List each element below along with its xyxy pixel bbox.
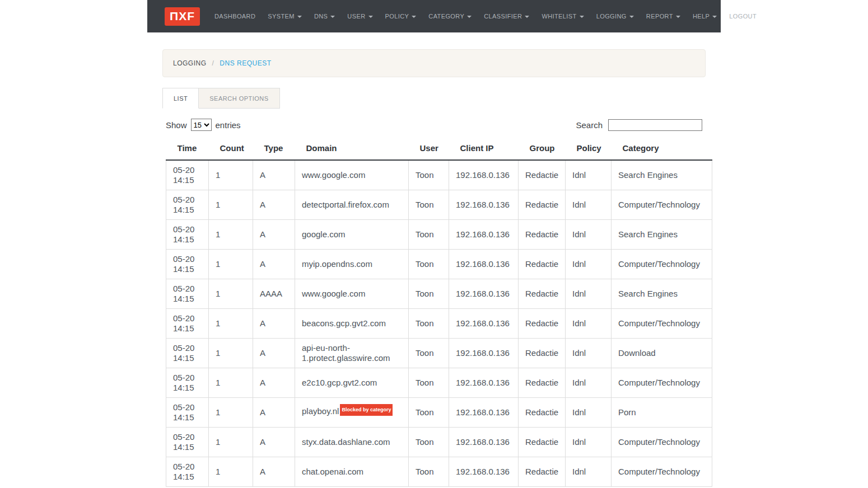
cell-time: 05-20 14:15 xyxy=(166,398,209,428)
nav-item-logging[interactable]: LOGGING xyxy=(590,7,640,25)
table-row: 05-20 14:151Astyx.data.dashlane.comToon1… xyxy=(166,428,712,457)
cell-type: A xyxy=(253,457,295,487)
cell-group: Redactie xyxy=(519,368,566,398)
top-navbar: ΠXF DASHBOARDSYSTEMDNSUSERPOLICYCATEGORY… xyxy=(147,0,721,32)
column-header-policy[interactable]: Policy xyxy=(566,138,612,160)
cell-category: Search Engines xyxy=(612,220,712,250)
breadcrumb-current-page[interactable]: DNS REQUEST xyxy=(220,59,271,67)
caret-down-icon xyxy=(368,16,373,18)
cell-count: 1 xyxy=(209,220,253,250)
cell-group: Redactie xyxy=(519,457,566,487)
domain-text: detectportal.firefox.com xyxy=(302,200,389,209)
column-header-user[interactable]: User xyxy=(409,138,449,160)
search-label: Search xyxy=(576,120,603,130)
cell-count: 1 xyxy=(209,457,253,487)
nav-item-dns[interactable]: DNS xyxy=(308,7,341,25)
cell-count: 1 xyxy=(209,250,253,279)
nav-item-user[interactable]: USER xyxy=(341,7,379,25)
cell-type: A xyxy=(253,428,295,457)
domain-text: chat.openai.com xyxy=(302,467,363,476)
cell-user: Toon xyxy=(409,160,449,190)
table-row: 05-20 14:151Ae2c10.gcp.gvt2.comToon192.1… xyxy=(166,368,712,398)
cell-group: Redactie xyxy=(519,279,566,309)
cell-domain: styx.data.dashlane.com xyxy=(295,428,409,457)
cell-time: 05-20 14:15 xyxy=(166,190,209,220)
app-logo[interactable]: ΠXF xyxy=(165,7,200,26)
caret-down-icon xyxy=(467,16,472,18)
cell-time: 05-20 14:15 xyxy=(166,309,209,339)
page-size-select[interactable]: 15 xyxy=(191,119,212,131)
cell-type: A xyxy=(253,368,295,398)
tab-list[interactable]: LIST xyxy=(162,88,199,109)
cell-client_ip: 192.168.0.136 xyxy=(449,279,519,309)
cell-user: Toon xyxy=(409,250,449,279)
show-label: Show xyxy=(166,120,187,130)
nav-item-help[interactable]: HELP xyxy=(687,7,723,25)
cell-count: 1 xyxy=(209,160,253,190)
column-header-time[interactable]: Time xyxy=(166,138,209,160)
cell-time: 05-20 14:15 xyxy=(166,160,209,190)
nav-item-category[interactable]: CATEGORY xyxy=(422,7,478,25)
cell-category: Search Engines xyxy=(612,279,712,309)
table-row: 05-20 14:151Adetectportal.firefox.comToo… xyxy=(166,190,712,220)
cell-count: 1 xyxy=(209,190,253,220)
cell-type: A xyxy=(253,398,295,428)
table-row: 05-20 14:151Achat.openai.comToon192.168.… xyxy=(166,457,712,487)
cell-client_ip: 192.168.0.136 xyxy=(449,220,519,250)
search-input[interactable] xyxy=(608,119,702,131)
table-row: 05-20 14:151Awww.google.comToon192.168.0… xyxy=(166,160,712,190)
cell-domain: google.com xyxy=(295,220,409,250)
cell-category: Porn xyxy=(612,398,712,428)
table-row: 05-20 14:151Abeacons.gcp.gvt2.comToon192… xyxy=(166,309,712,339)
cell-type: A xyxy=(253,190,295,220)
cell-time: 05-20 14:15 xyxy=(166,279,209,309)
breadcrumb: LOGGING / DNS REQUEST xyxy=(162,49,706,77)
column-header-type[interactable]: Type xyxy=(253,138,295,160)
cell-group: Redactie xyxy=(519,309,566,339)
cell-client_ip: 192.168.0.136 xyxy=(449,339,519,368)
cell-group: Redactie xyxy=(519,190,566,220)
nav-item-classifier[interactable]: CLASSIFIER xyxy=(478,7,535,25)
cell-user: Toon xyxy=(409,398,449,428)
cell-category: Computer/Technology xyxy=(612,190,712,220)
cell-category: Download xyxy=(612,339,712,368)
entries-label: entries xyxy=(216,120,241,130)
cell-client_ip: 192.168.0.136 xyxy=(449,368,519,398)
column-header-category[interactable]: Category xyxy=(612,138,712,160)
nav-item-logout[interactable]: LOGOUT xyxy=(723,7,763,25)
cell-time: 05-20 14:15 xyxy=(166,220,209,250)
column-header-client_ip[interactable]: Client IP xyxy=(449,138,519,160)
dns-table-body: 05-20 14:151Awww.google.comToon192.168.0… xyxy=(166,160,712,487)
nav-item-report[interactable]: REPORT xyxy=(640,7,687,25)
cell-user: Toon xyxy=(409,220,449,250)
column-header-domain[interactable]: Domain xyxy=(295,138,409,160)
nav-item-system[interactable]: SYSTEM xyxy=(262,7,308,25)
cell-group: Redactie xyxy=(519,398,566,428)
cell-client_ip: 192.168.0.136 xyxy=(449,250,519,279)
table-row: 05-20 14:151Aapi-eu-north-1.protect.glas… xyxy=(166,339,712,368)
nav-item-dashboard[interactable]: DASHBOARD xyxy=(208,7,262,25)
cell-domain: myip.opendns.com xyxy=(295,250,409,279)
main-nav: DASHBOARDSYSTEMDNSUSERPOLICYCATEGORYCLAS… xyxy=(208,7,763,25)
cell-client_ip: 192.168.0.136 xyxy=(449,457,519,487)
column-header-count[interactable]: Count xyxy=(209,138,253,160)
nav-item-whitelist[interactable]: WHITELIST xyxy=(535,7,590,25)
cell-domain: e2c10.gcp.gvt2.com xyxy=(295,368,409,398)
cell-time: 05-20 14:15 xyxy=(166,368,209,398)
cell-type: A xyxy=(253,339,295,368)
cell-category: Computer/Technology xyxy=(612,250,712,279)
column-header-group[interactable]: Group xyxy=(519,138,566,160)
cell-user: Toon xyxy=(409,339,449,368)
cell-policy: Idnl xyxy=(566,250,612,279)
nav-item-policy[interactable]: POLICY xyxy=(379,7,423,25)
cell-group: Redactie xyxy=(519,339,566,368)
caret-down-icon xyxy=(297,16,302,18)
table-header-row: TimeCountTypeDomainUserClient IPGroupPol… xyxy=(166,138,712,160)
domain-text: playboy.nl xyxy=(302,406,339,416)
cell-policy: Idnl xyxy=(566,190,612,220)
cell-domain: playboy.nlBlocked by category xyxy=(295,398,409,428)
cell-policy: Idnl xyxy=(566,457,612,487)
tab-search-options[interactable]: SEARCH OPTIONS xyxy=(199,88,279,109)
cell-domain: www.google.com xyxy=(295,279,409,309)
cell-policy: Idnl xyxy=(566,368,612,398)
